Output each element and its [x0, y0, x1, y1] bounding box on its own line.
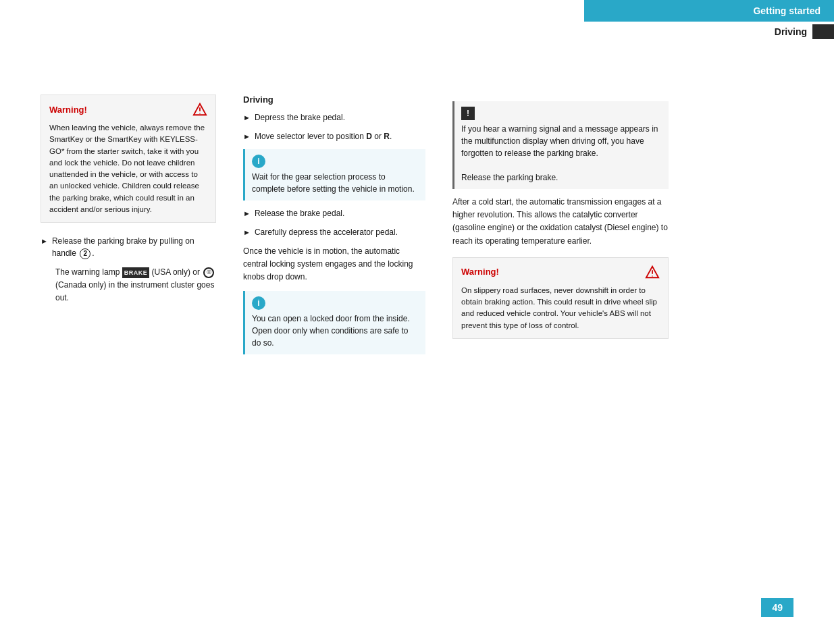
parking-icon: ◎ — [203, 267, 214, 278]
left-warning-box: Warning! When leaving the vehicle, alway… — [41, 95, 216, 223]
warning-header: Warning! — [49, 102, 207, 117]
mid-bullet-1-text: Depress the brake pedal. — [255, 111, 345, 124]
bullet-1-text: Release the parking brake by pulling on … — [52, 235, 216, 259]
right-warning-header: Warning! — [461, 265, 660, 279]
driving-bar-block — [812, 24, 834, 39]
right-column: ! If you hear a warning signal and a mes… — [439, 95, 669, 361]
bullet-arrow-icon: ► — [243, 227, 251, 238]
info-icon: i — [252, 155, 265, 168]
exclaim-icon: ! — [461, 107, 475, 120]
warning-body: When leaving the vehicle, always remove … — [49, 122, 207, 215]
warning-signal-box: ! If you hear a warning signal and a mes… — [452, 101, 669, 189]
mid-column: Driving ► Depress the brake pedal. ► Mov… — [230, 95, 439, 361]
left-bullet-1: ► Release the parking brake by pulling o… — [41, 235, 216, 259]
sub-text: The warning lamp BRAKE (USA only) or ◎ (… — [55, 266, 216, 305]
header-area: Getting started Driving — [584, 0, 834, 42]
bullet-arrow-icon: ► — [243, 131, 251, 142]
mid-body-text: Once the vehicle is in motion, the autom… — [243, 245, 425, 284]
circle-num-2: 2 — [80, 248, 90, 259]
mid-info-box-1: i Wait for the gear selection process to… — [243, 149, 425, 200]
bullet-arrow-icon: ► — [243, 112, 251, 124]
mid-bullet-3: ► Release the brake pedal. — [243, 207, 425, 219]
bullet-arrow-icon: ► — [243, 208, 251, 219]
mid-bullet-4: ► Carefully depress the accelerator peda… — [243, 226, 425, 238]
mid-bullet-4-text: Carefully depress the accelerator pedal. — [255, 226, 398, 238]
content-area: Warning! When leaving the vehicle, alway… — [41, 95, 793, 361]
mid-info-text-2: You can open a locked door from the insi… — [252, 313, 419, 349]
right-warning-body: On slippery road surfaces, never downshi… — [461, 285, 660, 331]
right-body-text: After a cold start, the automatic transm… — [452, 196, 669, 248]
right-warning-box: Warning! On slippery road surfaces, neve… — [452, 257, 669, 339]
info-icon-2: i — [252, 296, 265, 310]
brake-badge: BRAKE — [122, 267, 150, 278]
mid-heading: Driving — [243, 95, 425, 105]
svg-point-2 — [199, 113, 200, 113]
page-number: 49 — [761, 598, 793, 617]
warning-title: Warning! — [49, 105, 87, 115]
mid-info-text-1: Wait for the gear selection process to c… — [252, 171, 419, 195]
getting-started-bar: Getting started — [584, 0, 834, 22]
getting-started-label: Getting started — [753, 5, 820, 16]
mid-bullet-2: ► Move selector lever to position D or R… — [243, 130, 425, 142]
mid-bullet-3-text: Release the brake pedal. — [255, 207, 344, 219]
left-column: Warning! When leaving the vehicle, alway… — [41, 95, 230, 361]
bullet-arrow-icon: ► — [41, 236, 48, 247]
right-warning-title: Warning! — [461, 267, 499, 277]
driving-label: Driving — [775, 26, 807, 37]
mid-bullet-1: ► Depress the brake pedal. — [243, 111, 425, 124]
svg-point-5 — [652, 275, 652, 276]
right-warning-triangle-icon — [645, 265, 660, 279]
mid-info-box-2: i You can open a locked door from the in… — [243, 291, 425, 354]
mid-bullet-2-text: Move selector lever to position D or R. — [255, 130, 392, 142]
warning-signal-text: If you hear a warning signal and a messa… — [461, 123, 662, 184]
warning-triangle-icon — [192, 102, 207, 117]
driving-bar: Driving — [584, 22, 834, 42]
page-container: Getting started Driving Warning! When l — [0, 0, 834, 644]
